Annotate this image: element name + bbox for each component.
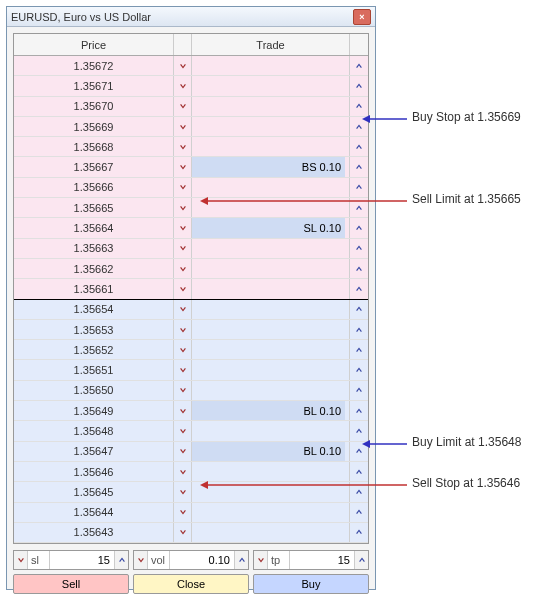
buy-arrow-button[interactable] bbox=[350, 401, 368, 420]
trade-cell[interactable] bbox=[192, 76, 350, 95]
price-cell[interactable]: 1.35670 bbox=[14, 97, 174, 116]
price-cell[interactable]: 1.35646 bbox=[14, 462, 174, 481]
sell-arrow-button[interactable] bbox=[174, 239, 192, 258]
sell-arrow-button[interactable] bbox=[174, 300, 192, 319]
sell-arrow-button[interactable] bbox=[174, 340, 192, 359]
close-button-action[interactable]: Close bbox=[133, 574, 249, 594]
trade-cell[interactable] bbox=[192, 503, 350, 522]
trade-cell[interactable] bbox=[192, 523, 350, 542]
trade-cell[interactable]: BL 0.10 bbox=[192, 401, 350, 420]
sell-arrow-button[interactable] bbox=[174, 97, 192, 116]
buy-arrow-button[interactable] bbox=[350, 218, 368, 237]
buy-arrow-button[interactable] bbox=[350, 523, 368, 542]
sell-arrow-button[interactable] bbox=[174, 462, 192, 481]
vol-value[interactable]: 0.10 bbox=[170, 551, 234, 569]
price-cell[interactable]: 1.35652 bbox=[14, 340, 174, 359]
buy-arrow-button[interactable] bbox=[350, 300, 368, 319]
price-cell[interactable]: 1.35669 bbox=[14, 117, 174, 136]
buy-button[interactable]: Buy bbox=[253, 574, 369, 594]
buy-arrow-button[interactable] bbox=[350, 360, 368, 379]
buy-arrow-button[interactable] bbox=[350, 503, 368, 522]
price-cell[interactable]: 1.35645 bbox=[14, 482, 174, 501]
price-cell[interactable]: 1.35661 bbox=[14, 279, 174, 298]
sell-arrow-button[interactable] bbox=[174, 421, 192, 440]
vol-up-button[interactable] bbox=[234, 551, 248, 569]
price-cell[interactable]: 1.35671 bbox=[14, 76, 174, 95]
sell-arrow-button[interactable] bbox=[174, 117, 192, 136]
sell-arrow-button[interactable] bbox=[174, 401, 192, 420]
sell-arrow-button[interactable] bbox=[174, 523, 192, 542]
sell-arrow-button[interactable] bbox=[174, 360, 192, 379]
price-cell[interactable]: 1.35668 bbox=[14, 137, 174, 156]
price-cell[interactable]: 1.35654 bbox=[14, 300, 174, 319]
tp-label: tp bbox=[268, 551, 290, 569]
trade-cell[interactable] bbox=[192, 56, 350, 75]
trade-cell[interactable] bbox=[192, 97, 350, 116]
sl-down-button[interactable] bbox=[14, 551, 28, 569]
trade-cell[interactable] bbox=[192, 320, 350, 339]
sl-up-button[interactable] bbox=[114, 551, 128, 569]
sell-arrow-button[interactable] bbox=[174, 320, 192, 339]
trade-cell[interactable]: SL 0.10 bbox=[192, 218, 350, 237]
sell-arrow-button[interactable] bbox=[174, 137, 192, 156]
sell-arrow-button[interactable] bbox=[174, 76, 192, 95]
price-cell[interactable]: 1.35643 bbox=[14, 523, 174, 542]
buy-arrow-button[interactable] bbox=[350, 381, 368, 400]
trade-cell[interactable] bbox=[192, 340, 350, 359]
sell-arrow-button[interactable] bbox=[174, 259, 192, 278]
buy-arrow-button[interactable] bbox=[350, 157, 368, 176]
trade-cell[interactable] bbox=[192, 421, 350, 440]
trade-cell[interactable] bbox=[192, 279, 350, 298]
sell-arrow-button[interactable] bbox=[174, 157, 192, 176]
trade-cell[interactable] bbox=[192, 239, 350, 258]
sl-value[interactable]: 15 bbox=[50, 551, 114, 569]
price-cell[interactable]: 1.35651 bbox=[14, 360, 174, 379]
sell-arrow-button[interactable] bbox=[174, 198, 192, 217]
trade-cell[interactable] bbox=[192, 117, 350, 136]
buy-arrow-button[interactable] bbox=[350, 279, 368, 298]
buy-arrow-button[interactable] bbox=[350, 239, 368, 258]
buy-arrow-button[interactable] bbox=[350, 76, 368, 95]
sell-arrow-button[interactable] bbox=[174, 442, 192, 461]
price-cell[interactable]: 1.35647 bbox=[14, 442, 174, 461]
vol-down-button[interactable] bbox=[134, 551, 148, 569]
sell-arrow-button[interactable] bbox=[174, 178, 192, 197]
trade-cell[interactable] bbox=[192, 360, 350, 379]
trade-cell[interactable] bbox=[192, 381, 350, 400]
trade-cell[interactable] bbox=[192, 137, 350, 156]
price-cell[interactable]: 1.35672 bbox=[14, 56, 174, 75]
trade-cell[interactable]: BS 0.10 bbox=[192, 157, 350, 176]
price-cell[interactable]: 1.35650 bbox=[14, 381, 174, 400]
sell-button[interactable]: Sell bbox=[13, 574, 129, 594]
buy-arrow-button[interactable] bbox=[350, 340, 368, 359]
price-cell[interactable]: 1.35664 bbox=[14, 218, 174, 237]
price-cell[interactable]: 1.35663 bbox=[14, 239, 174, 258]
price-cell[interactable]: 1.35662 bbox=[14, 259, 174, 278]
tp-up-button[interactable] bbox=[354, 551, 368, 569]
price-cell[interactable]: 1.35644 bbox=[14, 503, 174, 522]
tp-value[interactable]: 15 bbox=[290, 551, 354, 569]
trade-cell[interactable] bbox=[192, 259, 350, 278]
sell-arrow-button[interactable] bbox=[174, 56, 192, 75]
sell-arrow-button[interactable] bbox=[174, 381, 192, 400]
sell-arrow-button[interactable] bbox=[174, 503, 192, 522]
close-button[interactable]: × bbox=[353, 9, 371, 25]
sell-arrow-button[interactable] bbox=[174, 218, 192, 237]
buy-arrow-button[interactable] bbox=[350, 56, 368, 75]
price-cell[interactable]: 1.35666 bbox=[14, 178, 174, 197]
sell-arrow-button[interactable] bbox=[174, 279, 192, 298]
trade-cell[interactable] bbox=[192, 300, 350, 319]
price-cell[interactable]: 1.35667 bbox=[14, 157, 174, 176]
price-cell[interactable]: 1.35665 bbox=[14, 198, 174, 217]
sell-arrow-button[interactable] bbox=[174, 482, 192, 501]
tp-down-button[interactable] bbox=[254, 551, 268, 569]
price-cell[interactable]: 1.35653 bbox=[14, 320, 174, 339]
buy-arrow-button[interactable] bbox=[350, 320, 368, 339]
buy-arrow-button[interactable] bbox=[350, 259, 368, 278]
buy-arrow-button[interactable] bbox=[350, 137, 368, 156]
titlebar[interactable]: EURUSD, Euro vs US Dollar × bbox=[7, 7, 375, 27]
trade-cell[interactable]: BL 0.10 bbox=[192, 442, 350, 461]
price-cell[interactable]: 1.35648 bbox=[14, 421, 174, 440]
price-cell[interactable]: 1.35649 bbox=[14, 401, 174, 420]
sl-label: sl bbox=[28, 551, 50, 569]
